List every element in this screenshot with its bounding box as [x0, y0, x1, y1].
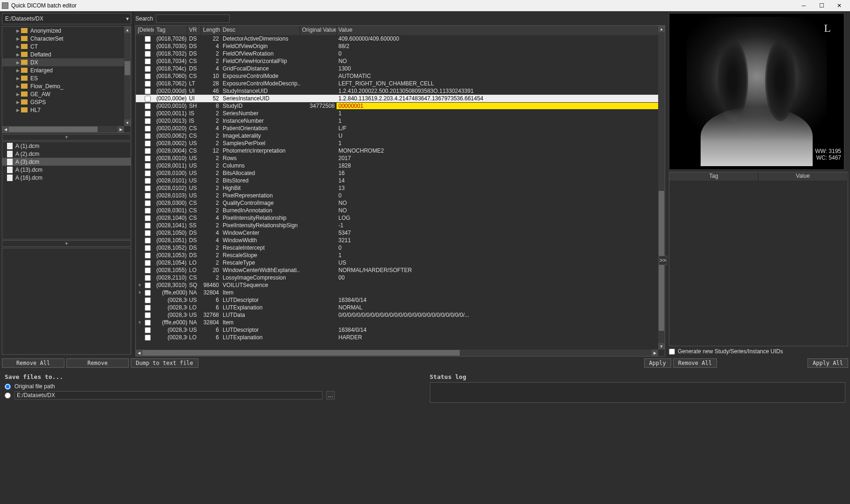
value-cell[interactable]: 0/0/0/0/0/0/0/0/0/0/0/0/0/0/0/0/0/0/0/0/…	[337, 312, 658, 318]
tree-item[interactable]: ▶ES	[2, 74, 124, 82]
tag-row[interactable]: (0018,7030)DS4FieldOfViewOrigin88/2	[136, 42, 658, 50]
file-item[interactable]: A (1).dcm	[2, 142, 131, 150]
delete-checkbox[interactable]	[140, 297, 155, 303]
value-cell[interactable]: 1300	[337, 65, 658, 72]
tree-toggle-icon[interactable]: ▼	[136, 320, 140, 325]
tag-row[interactable]: (0028,30...US32768LUTData0/0/0/0/0/0/0/0…	[136, 311, 658, 319]
value-cell[interactable]: 00	[337, 274, 658, 281]
file-list[interactable]: A (1).dcmA (2).dcmA (3).dcmA (13).dcmA (…	[2, 141, 131, 239]
value-cell[interactable]: 1	[337, 140, 658, 147]
tree-item[interactable]: ▶Anonymized	[2, 27, 124, 35]
value-cell[interactable]: 5347	[337, 230, 658, 236]
value-cell[interactable]: 3211	[337, 237, 658, 244]
delete-checkbox[interactable]	[140, 305, 155, 311]
delete-checkbox[interactable]	[140, 193, 155, 199]
delete-checkbox[interactable]	[140, 267, 155, 273]
tree-item[interactable]: ▶HL7	[2, 106, 124, 114]
value-cell[interactable]: 1	[337, 252, 658, 259]
tag-row[interactable]: (0028,0010)US2Rows2017	[136, 154, 658, 162]
image-preview[interactable]: L WW: 3195WC: 5467	[669, 13, 844, 170]
tag-row[interactable]: (0018,7026)DS22DetectorActiveDimensions4…	[136, 35, 658, 42]
value-cell[interactable]: 1.2.410.200022.500.20130508093583O.11330…	[337, 88, 658, 94]
delete-checkbox[interactable]	[140, 252, 155, 259]
value-cell[interactable]: LOG	[337, 215, 658, 221]
value-cell[interactable]: NO	[337, 200, 658, 206]
path-dropdown-icon[interactable]: ▾	[124, 15, 131, 22]
generate-uid-checkbox[interactable]: Generate new Study/Series/Instance UIDs	[669, 348, 848, 355]
tag-row[interactable]: (0028,1041)SS2PixelIntensityRelationship…	[136, 222, 658, 229]
tag-row[interactable]: (0028,30...US6LUTDescriptor16384/0/14	[136, 296, 658, 304]
value-cell[interactable]: -1	[337, 222, 658, 229]
remove-button[interactable]: Remove	[66, 358, 129, 368]
delete-checkbox[interactable]	[140, 185, 155, 191]
value-cell[interactable]: 0	[337, 245, 658, 251]
delete-checkbox[interactable]	[140, 290, 155, 296]
col-delete[interactable]: [Delete]	[136, 26, 155, 35]
value-cell[interactable]: US	[337, 259, 658, 266]
path-input[interactable]	[2, 15, 124, 22]
tree-item[interactable]: ▶Deflated	[2, 50, 124, 58]
batch-edit-table[interactable]: Tag Value	[669, 172, 848, 346]
col-vr[interactable]: VR	[187, 26, 201, 35]
tag-row[interactable]: (0028,1050)DS4WindowCenter5347	[136, 229, 658, 237]
value-cell[interactable]: 1	[337, 118, 658, 124]
tree-item[interactable]: ▶CharacterSet	[2, 35, 124, 42]
value-cell[interactable]: U	[337, 133, 658, 139]
tag-row[interactable]: (0028,0100)US2BitsAllocated16	[136, 169, 658, 177]
delete-checkbox[interactable]	[140, 155, 155, 161]
tag-row[interactable]: (0028,1053)DS2RescaleSlope1	[136, 252, 658, 259]
tag-row[interactable]: (0018,7062)LT28ExposureControlModeDescri…	[136, 80, 658, 87]
delete-checkbox[interactable]	[140, 282, 155, 288]
tag-row[interactable]: (0028,1052)DS2RescaleIntercept0	[136, 244, 658, 252]
tag-row[interactable]: (0028,0002)US2SamplesPerPixel1	[136, 140, 658, 147]
table-hscroll[interactable]: ◀▶	[136, 350, 658, 356]
delete-checkbox[interactable]	[140, 200, 155, 206]
value-cell[interactable]: MONOCHROME2	[337, 147, 658, 154]
value-cell[interactable]: 14	[337, 177, 658, 184]
tag-row[interactable]: ▼(fffe,e000)NA32804Item	[136, 319, 658, 326]
tag-row[interactable]: (0028,1040)CS4PixelIntensityRelationship…	[136, 214, 658, 222]
delete-checkbox[interactable]	[140, 223, 155, 229]
file-item[interactable]: A (2).dcm	[2, 150, 131, 158]
value-cell[interactable]: 0	[337, 192, 658, 199]
tag-row[interactable]: (0028,2110)CS2LossyImageCompression00	[136, 274, 658, 281]
delete-checkbox[interactable]	[140, 103, 155, 109]
tag-row[interactable]: (0020,0020)CS4PatientOrientationL/F	[136, 125, 658, 132]
save-path-input[interactable]	[14, 391, 323, 399]
value-cell[interactable]: 409.600000/409.600000	[337, 35, 658, 42]
tag-row[interactable]: (0020,0013)IS2InstanceNumber1	[136, 117, 658, 125]
tag-row[interactable]: (0020,0062)CS2ImageLateralityU	[136, 132, 658, 140]
tree-item[interactable]: ▶DX	[2, 58, 124, 66]
tag-row[interactable]: (0020,000d)UI46StudyInstanceUID1.2.410.2…	[136, 87, 658, 95]
col-orig[interactable]: Original Value	[300, 26, 337, 35]
delete-checkbox[interactable]	[140, 320, 155, 326]
tag-row[interactable]: (0018,7034)CS2FieldOfViewHorizontalFlipN…	[136, 57, 658, 65]
path-combobox[interactable]: ▾	[2, 13, 131, 24]
delete-checkbox[interactable]	[140, 260, 155, 266]
tag-row[interactable]: (0028,0102)US2HighBit13	[136, 184, 658, 192]
value-cell[interactable]: 1.2.840.113619.2.203.4.2147483647.136797…	[337, 95, 658, 102]
tag-row[interactable]: (0018,7032)DS2FieldOfViewRotation0	[136, 50, 658, 57]
save-custom-radio[interactable]: …	[5, 391, 421, 399]
delete-checkbox[interactable]	[140, 111, 155, 117]
save-original-radio[interactable]: Original file path	[5, 383, 421, 390]
tree-item[interactable]: ▶Enlarged	[2, 66, 124, 74]
tag-row[interactable]: (0028,0004)CS12PhotometricInterpretation…	[136, 147, 658, 154]
tag-row[interactable]: (0018,7060)CS10ExposureControlModeAUTOMA…	[136, 72, 658, 80]
tag-row[interactable]: (0028,1055)LO20WindowCenterWidthExplanat…	[136, 266, 658, 274]
delete-checkbox[interactable]	[140, 66, 155, 72]
tag-row[interactable]: (0028,0101)US2BitsStored14	[136, 177, 658, 184]
col-length[interactable]: Length	[201, 26, 221, 35]
tag-row[interactable]: (0028,30...LO6LUTExplanationNORMAL	[136, 304, 658, 311]
value-cell[interactable]: 2017	[337, 155, 658, 161]
value-cell[interactable]: 16384/0/14	[337, 327, 658, 333]
value-cell[interactable]: NORMAL	[337, 304, 658, 311]
delete-checkbox[interactable]	[140, 245, 155, 251]
minimize-button[interactable]: ─	[795, 0, 813, 11]
tag-row[interactable]: (0028,0301)CS2BurnedInAnnotationNO	[136, 207, 658, 214]
close-button[interactable]: ✕	[830, 0, 848, 11]
search-input[interactable]	[156, 14, 230, 23]
tag-row[interactable]: (0028,0300)CS2QualityControlImageNO	[136, 199, 658, 207]
value-cell[interactable]: 16384/0/14	[337, 297, 658, 303]
delete-checkbox[interactable]	[140, 140, 155, 147]
